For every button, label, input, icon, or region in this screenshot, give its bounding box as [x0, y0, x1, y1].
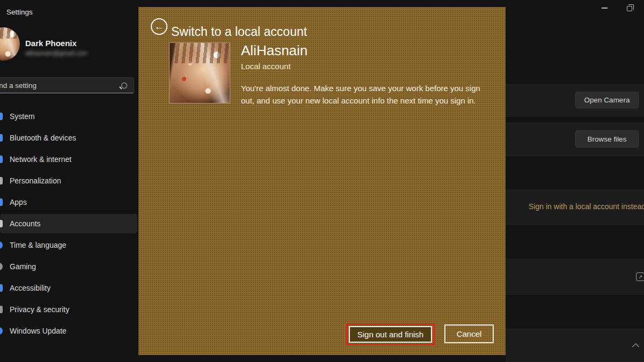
sidebar-item-apps[interactable]: Apps — [0, 193, 137, 212]
accounts-icon — [0, 220, 3, 227]
sidebar-item-label: Bluetooth & devices — [10, 134, 76, 142]
account-name: AliHasnain — [241, 42, 308, 59]
external-link-icon[interactable]: ↗ — [636, 272, 644, 281]
setting-row-choose-file: Browse files — [506, 122, 644, 156]
setting-row-take-photo: Open Camera — [506, 84, 644, 117]
browse-files-button[interactable]: Browse files — [575, 130, 639, 147]
sign-out-and-finish-button[interactable]: Sign out and finish — [349, 326, 432, 343]
network-icon — [0, 156, 3, 163]
sidebar-item-bluetooth-devices[interactable]: Bluetooth & devices — [0, 128, 137, 147]
sidebar-item-accounts[interactable]: Accounts — [0, 214, 137, 233]
dialog-title: Switch to a local account — [171, 25, 307, 39]
sidebar-item-label: Privacy & security — [10, 305, 69, 314]
sidebar-item-label: Accounts — [10, 219, 41, 228]
search-icon[interactable] — [121, 83, 127, 88]
setting-row-manage-account: ↗ — [506, 258, 644, 295]
sidebar-item-label: Personalization — [10, 176, 61, 185]
sidebar-item-label: Gaming — [10, 262, 36, 271]
open-camera-button[interactable]: Open Camera — [575, 92, 639, 108]
sidebar-item-accessibility[interactable]: Accessibility — [0, 278, 137, 298]
background-settings-page: Open Camera Browse files Sign in with a … — [506, 0, 644, 362]
sidebar-item-time-language[interactable]: Time & language — [0, 235, 137, 255]
back-arrow-icon: ← — [155, 21, 164, 32]
bluetooth-icon — [0, 134, 3, 142]
search-input[interactable]: Find a setting — [0, 77, 134, 93]
account-avatar — [170, 43, 230, 103]
sidebar-item-label: System — [10, 112, 35, 121]
sidebar-item-label: Windows Update — [10, 327, 67, 335]
sidebar-item-label: Network & internet — [10, 155, 71, 164]
sidebar-item-network-internet[interactable]: Network & internet — [0, 150, 137, 169]
privacy-icon — [0, 306, 3, 313]
sidebar-item-personalization[interactable]: Personalization — [0, 171, 137, 190]
sidebar-item-label: Time & language — [10, 241, 66, 249]
annotation-highlight-box: Sign out and finish — [346, 323, 435, 345]
sidebar-item-windows-update[interactable]: Windows Update — [0, 321, 137, 341]
windows-update-icon — [0, 327, 3, 335]
gaming-icon — [0, 263, 3, 270]
search-placeholder: Find a setting — [0, 82, 121, 90]
user-email: alihasnain@gmail.com — [25, 50, 87, 56]
cancel-button[interactable]: Cancel — [444, 324, 494, 343]
sidebar-item-system[interactable]: System — [0, 107, 137, 126]
dialog-description: You're almost done. Make sure you save y… — [241, 82, 484, 107]
switch-local-account-dialog: ← Switch to a local account AliHasnain L… — [138, 7, 506, 355]
sidebar-item-label: Accessibility — [10, 284, 50, 292]
sidebar-item-privacy-security[interactable]: Privacy & security — [0, 300, 137, 319]
sidebar-item-label: Apps — [10, 198, 27, 206]
accessibility-icon — [0, 284, 3, 292]
time-language-icon — [0, 241, 3, 249]
user-name: Dark Phoenix — [25, 39, 77, 48]
sidebar-nav: System Bluetooth & devices Network & int… — [0, 107, 137, 343]
sidebar-item-gaming[interactable]: Gaming — [0, 257, 137, 276]
system-icon — [0, 113, 3, 120]
chevron-up-icon[interactable] — [632, 343, 639, 350]
user-avatar[interactable] — [0, 27, 20, 61]
setting-row-account-switch: Sign in with a local account instead — [506, 189, 644, 225]
personalization-icon — [0, 177, 3, 184]
account-type: Local account — [241, 62, 291, 71]
local-account-link[interactable]: Sign in with a local account instead — [529, 202, 644, 211]
setting-row-expander — [506, 329, 644, 362]
apps-icon — [0, 198, 3, 206]
app-title: Settings — [6, 8, 33, 16]
back-button[interactable]: ← — [151, 18, 167, 35]
